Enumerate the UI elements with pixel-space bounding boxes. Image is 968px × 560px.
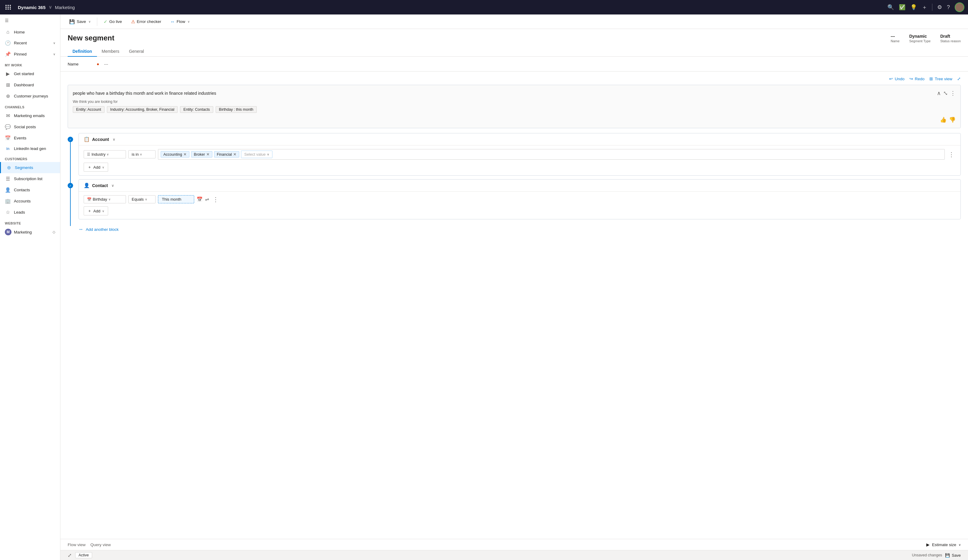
redo-icon: ↪ [909,76,913,81]
sidebar-item-dashboard[interactable]: ⊞ Dashboard [0,79,60,91]
remove-financial-button[interactable]: ✕ [233,152,237,157]
undo-icon: ↩ [889,76,893,81]
status-left: ⤢ Active [68,552,92,558]
ai-tag-birthday: Birthday : this month [215,106,257,113]
flow-view-tab[interactable]: Flow view [68,542,86,547]
sidebar-item-social-posts[interactable]: 💬 Social posts [0,121,60,132]
industry-operator-label: is in [132,152,139,157]
thumbs-down-button[interactable]: 👎 [949,116,956,123]
birthday-operator-select[interactable]: Equals ∨ [128,195,156,203]
sidebar-item-events[interactable]: 📅 Events [0,132,60,144]
contact-add-condition-button[interactable]: ＋ Add ∨ [84,206,108,215]
search-icon[interactable]: 🔍 [887,4,894,11]
help-icon[interactable]: ? [947,4,950,11]
estimate-size-button[interactable]: ▶ Estimate size ∨ [926,542,961,547]
birthday-caret-icon: ∨ [108,198,111,201]
contact-block-header[interactable]: 👤 Contact ∨ [79,180,960,192]
status-right: Unsaved changes 💾 Save [912,553,961,558]
sidebar-label-leads: Leads [14,210,25,215]
lightbulb-icon[interactable]: 💡 [910,4,917,11]
ai-collapse-button[interactable]: ∧ [937,90,941,97]
meta-segment-type: Dynamic Segment Type [909,34,931,43]
industry-more-button[interactable]: ⋮ [947,151,956,158]
tab-general[interactable]: General [124,46,149,57]
linkedin-icon: in [5,147,11,151]
remove-accounting-button[interactable]: ✕ [183,152,187,157]
redo-button[interactable]: ↪ Redo [909,76,925,81]
flow-button[interactable]: ↔ Flow ∨ [166,17,194,26]
error-checker-button[interactable]: ⚠ Error checker [127,17,165,26]
undo-button[interactable]: ↩ Undo [889,76,904,81]
sidebar-item-leads[interactable]: ☆ Leads [0,206,60,218]
user-avatar[interactable] [955,2,965,12]
industry-values: Accounting ✕ Broker ✕ Financ [158,149,945,160]
go-live-button[interactable]: ✓ Go live [99,17,126,26]
expand-button[interactable]: ⤢ [957,76,961,81]
meta-status: Draft Status reason [940,34,961,43]
section-customers: Customers [0,154,60,162]
account-add-condition-button[interactable]: ＋ Add ∨ [84,163,108,172]
page-meta: --- Name Dynamic Segment Type Draft Stat… [891,34,961,43]
calendar-icon[interactable]: 📅 [197,197,203,202]
sidebar-item-pinned[interactable]: 📌 Pinned ∨ [0,49,60,60]
sidebar-item-customer-journeys[interactable]: ⊛ Customer journeys [0,91,60,102]
save-dropdown-icon[interactable]: ∨ [88,20,91,23]
save-button[interactable]: 💾 Save ∨ [65,17,94,26]
tab-members[interactable]: Members [97,46,124,57]
sidebar-toggle[interactable]: ☰ [0,15,60,26]
waffle-menu[interactable] [3,3,13,12]
estimate-label: Estimate size [932,542,956,547]
name-field-value[interactable]: --- [104,62,108,66]
contact-block-title: Contact [92,183,108,188]
thumbs-up-button[interactable]: 👍 [940,116,946,123]
birthday-field-label: Birthday [93,197,107,202]
required-indicator: ● [97,61,99,66]
checkmark-circle-icon[interactable]: ✅ [899,4,905,11]
birthday-field-select[interactable]: 📅 Birthday ∨ [84,195,126,203]
account-block-header[interactable]: 📋 Account ∨ [79,133,960,145]
ai-tags: Entity: Account Industry: Accounting, Br… [73,106,956,113]
industry-field-select[interactable]: ☰ Industry ∨ [84,150,126,159]
sidebar-item-accounts[interactable]: 🏢 Accounts [0,195,60,206]
ai-feedback: 👍 👎 [73,116,956,123]
status-save-button[interactable]: 💾 Save [945,553,961,558]
tree-view-button[interactable]: ⊞ Tree view [929,76,952,81]
sidebar-item-marketing-emails[interactable]: ✉ Marketing emails [0,110,60,121]
sidebar-item-home[interactable]: ⌂ Home [0,26,60,37]
ai-more-button[interactable]: ⋮ [950,90,956,97]
birthday-more-button[interactable]: ⋮ [211,196,220,203]
ai-box-header: people who have a birthday this month an… [73,90,956,97]
shuffle-icon[interactable]: ⇌ [205,197,209,202]
connector-line [70,137,71,226]
meta-segment-type-label: Segment Type [909,39,931,43]
name-field-label: Name [68,62,92,66]
sidebar-item-subscription-list[interactable]: ☰ Subscription list [0,173,60,184]
pinned-chevron-icon: ∨ [53,53,55,56]
expand-status-icon[interactable]: ⤢ [68,552,71,558]
sidebar-item-segments[interactable]: ⊕ Segments [0,162,60,173]
sidebar-item-recent[interactable]: 🕐 Recent ∨ [0,37,60,49]
birthday-value[interactable]: This month [158,195,194,203]
flow-dropdown-icon: ∨ [187,20,190,23]
sidebar-label-pinned: Pinned [14,52,27,56]
sidebar-item-get-started[interactable]: ▶ Get started [0,68,60,79]
ai-minimize-button[interactable]: ⤡ [943,90,948,97]
sidebar-label-events: Events [14,136,26,140]
sidebar-module-marketing[interactable]: M Marketing ◇ [0,226,60,238]
add-icon[interactable]: ＋ [922,3,927,11]
add-block-row[interactable]: ↔ Add another block [68,223,961,236]
status-save-icon: 💾 [945,553,950,558]
settings-icon[interactable]: ⚙ [937,4,942,11]
industry-operator-select[interactable]: is in ∨ [128,150,156,159]
tab-definition[interactable]: Definition [68,46,97,57]
remove-broker-button[interactable]: ✕ [206,152,210,157]
tabs: Definition Members General [60,43,968,57]
query-view-tab[interactable]: Query view [90,542,111,547]
sidebar-item-contacts[interactable]: 👤 Contacts [0,184,60,195]
sidebar-item-linkedin[interactable]: in LinkedIn lead gen [0,144,60,154]
select-value-dropdown[interactable]: Select value ∨ [241,150,272,158]
toolbar: 💾 Save ∨ ✓ Go live ⚠ Error checker ↔ Flo… [60,15,968,29]
bottom-bar: Flow view Query view ▶ Estimate size ∨ [60,539,968,550]
sidebar-label-linkedin: LinkedIn lead gen [14,146,46,151]
topnav-icons: 🔍 ✅ 💡 ＋ ⚙ ? [887,2,965,12]
